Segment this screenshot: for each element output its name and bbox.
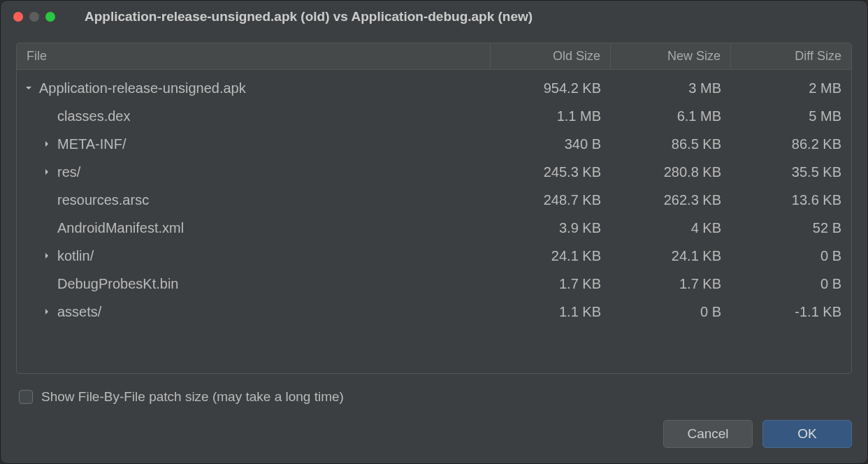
chevron-spacer: [41, 110, 53, 122]
table-row[interactable]: AndroidManifest.xml3.9 KB4 KB52 B: [17, 214, 851, 242]
file-name: res/: [57, 164, 80, 180]
diff-size-cell: 13.6 KB: [731, 188, 851, 212]
chevron-right-icon[interactable]: [41, 305, 53, 318]
checkbox-label: Show File-By-File patch size (may take a…: [41, 389, 344, 405]
table-row[interactable]: META-INF/340 B86.5 KB86.2 KB: [17, 130, 851, 158]
table-body: Application-release-unsigned.apk954.2 KB…: [17, 70, 851, 373]
file-cell: DebugProbesKt.bin: [17, 272, 491, 296]
content-area: File Old Size New Size Diff Size Applica…: [1, 33, 867, 412]
chevron-spacer: [41, 222, 53, 234]
file-name: META-INF/: [57, 136, 126, 152]
old-size-cell: 1.1 KB: [491, 300, 611, 324]
old-size-cell: 248.7 KB: [491, 188, 611, 212]
file-cell: classes.dex: [17, 104, 491, 129]
ok-button[interactable]: OK: [762, 420, 852, 448]
old-size-cell: 24.1 KB: [491, 244, 611, 268]
file-name: classes.dex: [57, 108, 131, 124]
button-row: Cancel OK: [1, 412, 867, 463]
file-name: DebugProbesKt.bin: [57, 276, 178, 292]
file-name: Application-release-unsigned.apk: [39, 80, 246, 96]
window-title: Application-release-unsigned.apk (old) v…: [66, 9, 855, 24]
dialog-window: Application-release-unsigned.apk (old) v…: [0, 0, 868, 464]
chevron-right-icon[interactable]: [41, 249, 53, 262]
old-size-cell: 1.7 KB: [491, 272, 611, 296]
checkbox-row[interactable]: Show File-By-File patch size (may take a…: [16, 374, 852, 412]
diff-size-cell: 2 MB: [731, 76, 851, 101]
table-header: File Old Size New Size Diff Size: [17, 43, 851, 70]
file-name: kotlin/: [57, 248, 94, 264]
new-size-cell: 4 KB: [611, 216, 731, 240]
apk-diff-table: File Old Size New Size Diff Size Applica…: [16, 43, 852, 374]
maximize-window-icon[interactable]: [45, 12, 55, 22]
col-header-file[interactable]: File: [17, 43, 491, 69]
new-size-cell: 6.1 MB: [611, 104, 731, 129]
file-cell: assets/: [17, 300, 491, 324]
file-cell: META-INF/: [17, 132, 491, 157]
traffic-lights: [13, 12, 55, 22]
file-name: resources.arsc: [57, 192, 149, 208]
file-cell: resources.arsc: [17, 188, 491, 212]
minimize-window-icon: [29, 12, 39, 22]
table-row[interactable]: Application-release-unsigned.apk954.2 KB…: [17, 74, 851, 102]
old-size-cell: 340 B: [491, 132, 611, 157]
diff-size-cell: 35.5 KB: [731, 160, 851, 184]
file-cell: Application-release-unsigned.apk: [17, 76, 491, 101]
diff-size-cell: -1.1 KB: [731, 300, 851, 324]
diff-size-cell: 5 MB: [731, 104, 851, 129]
new-size-cell: 262.3 KB: [611, 188, 731, 212]
table-row[interactable]: kotlin/24.1 KB24.1 KB0 B: [17, 242, 851, 270]
table-row[interactable]: assets/1.1 KB0 B-1.1 KB: [17, 298, 851, 326]
new-size-cell: 24.1 KB: [611, 244, 731, 268]
chevron-down-icon[interactable]: [22, 82, 35, 94]
table-row[interactable]: resources.arsc248.7 KB262.3 KB13.6 KB: [17, 186, 851, 214]
table-row[interactable]: res/245.3 KB280.8 KB35.5 KB: [17, 158, 851, 186]
table-row[interactable]: classes.dex1.1 MB6.1 MB5 MB: [17, 102, 851, 130]
new-size-cell: 86.5 KB: [611, 132, 731, 157]
new-size-cell: 280.8 KB: [611, 160, 731, 184]
diff-size-cell: 0 B: [731, 244, 851, 268]
close-window-icon[interactable]: [13, 12, 23, 22]
checkbox-file-by-file[interactable]: [19, 390, 33, 404]
table-row[interactable]: DebugProbesKt.bin1.7 KB1.7 KB0 B: [17, 270, 851, 298]
chevron-right-icon[interactable]: [41, 138, 53, 150]
new-size-cell: 1.7 KB: [611, 272, 731, 296]
file-cell: res/: [17, 160, 491, 184]
diff-size-cell: 0 B: [731, 272, 851, 296]
file-name: AndroidManifest.xml: [57, 220, 184, 236]
file-cell: kotlin/: [17, 244, 491, 268]
old-size-cell: 3.9 KB: [491, 216, 611, 240]
col-header-diff-size[interactable]: Diff Size: [731, 43, 851, 69]
new-size-cell: 3 MB: [611, 76, 731, 101]
cancel-button[interactable]: Cancel: [663, 420, 753, 448]
old-size-cell: 1.1 MB: [491, 104, 611, 129]
chevron-spacer: [41, 194, 53, 206]
old-size-cell: 245.3 KB: [491, 160, 611, 184]
new-size-cell: 0 B: [611, 300, 731, 324]
col-header-new-size[interactable]: New Size: [611, 43, 731, 69]
old-size-cell: 954.2 KB: [491, 76, 611, 101]
file-cell: AndroidManifest.xml: [17, 216, 491, 240]
diff-size-cell: 86.2 KB: [731, 132, 851, 157]
file-name: assets/: [57, 304, 101, 320]
chevron-spacer: [41, 277, 53, 290]
chevron-right-icon[interactable]: [41, 166, 53, 178]
diff-size-cell: 52 B: [731, 216, 851, 240]
col-header-old-size[interactable]: Old Size: [491, 43, 611, 69]
titlebar: Application-release-unsigned.apk (old) v…: [1, 1, 867, 33]
